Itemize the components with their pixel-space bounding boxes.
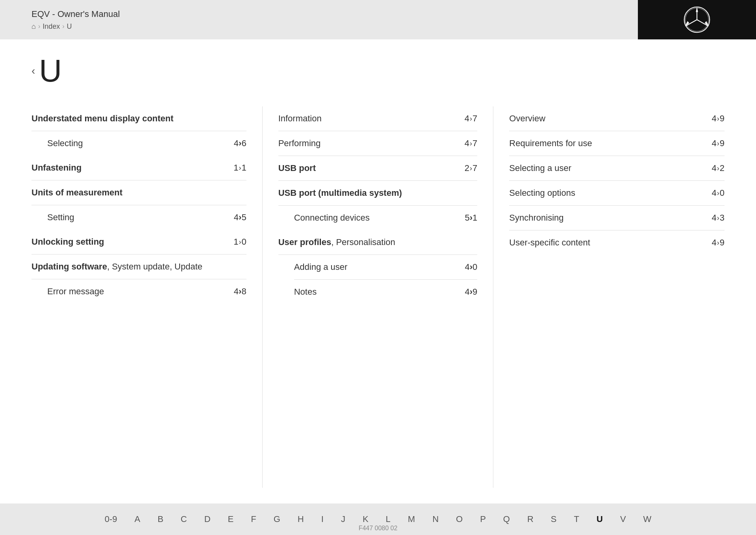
nav-letter-h[interactable]: H xyxy=(289,503,313,535)
bottom-nav: 0-9 A B C D E F G H I J K L M N O P Q R … xyxy=(0,503,756,535)
nav-letter-j[interactable]: J xyxy=(332,503,354,535)
nav-letter-d[interactable]: D xyxy=(196,503,219,535)
sub-entry-label-setting[interactable]: Setting xyxy=(47,212,74,223)
entry-label-unfastening[interactable]: Unfastening xyxy=(32,163,82,173)
entry-units: Units of measurement Setting 4›5 xyxy=(32,180,246,230)
entry-label-selecting-options[interactable]: Selecting options xyxy=(509,188,575,198)
mercedes-logo xyxy=(683,6,711,33)
home-icon[interactable]: ⌂ xyxy=(32,22,36,31)
entry-label-requirements[interactable]: Requirements for use xyxy=(509,138,592,149)
header-triangle xyxy=(575,0,638,39)
sub-entry-label-notes[interactable]: Notes xyxy=(294,287,317,297)
nav-letter-m[interactable]: M xyxy=(399,503,424,535)
page-letter: U xyxy=(39,55,62,87)
sub-entries-units: Setting 4›5 xyxy=(47,205,246,230)
entry-page-requirements: 4›9 xyxy=(712,138,725,149)
sub-entry-selecting: Selecting 4›6 xyxy=(47,131,246,156)
sub-entry-page-setting: 4›5 xyxy=(234,212,246,223)
sub-entry-page-notes: 4›9 xyxy=(465,287,478,297)
index-col-3: Overview 4›9 Requirements for use 4›9 Se… xyxy=(493,106,724,488)
entry-page-overview: 4›9 xyxy=(712,113,725,124)
sub-entry-label-selecting[interactable]: Selecting xyxy=(47,138,83,149)
entry-label-usb-multi[interactable]: USB port (multimedia system) xyxy=(278,188,402,198)
entry-heading-usb-multi: USB port (multimedia system) xyxy=(278,181,478,206)
header-left: EQV - Owner's Manual ⌂ › Index › U xyxy=(32,9,120,31)
index-columns: Understated menu display content Selecti… xyxy=(32,106,724,488)
nav-letter-q[interactable]: Q xyxy=(495,503,519,535)
back-arrow[interactable]: ‹ xyxy=(32,65,35,76)
sub-entry-error-msg: Error message 4›8 xyxy=(47,279,246,304)
entry-selecting-options: Selecting options 4›0 xyxy=(509,181,724,206)
nav-letter-r[interactable]: R xyxy=(519,503,542,535)
nav-letter-f[interactable]: F xyxy=(242,503,265,535)
entry-page-user-specific: 4›9 xyxy=(712,238,725,248)
entry-selecting-user: Selecting a user 4›2 xyxy=(509,156,724,181)
nav-letter-v[interactable]: V xyxy=(611,503,635,535)
nav-letter-t[interactable]: T xyxy=(565,503,588,535)
entry-page-synchronising: 4›3 xyxy=(712,213,725,223)
entry-label-units[interactable]: Units of measurement xyxy=(32,188,122,198)
entry-label-selecting-user[interactable]: Selecting a user xyxy=(509,163,571,173)
entry-label-updating[interactable]: Updating software, System update, Update xyxy=(32,262,202,272)
entry-label-usb[interactable]: USB port xyxy=(278,163,316,173)
entry-label-user-specific[interactable]: User-specific content xyxy=(509,238,590,248)
entry-overview: Overview 4›9 xyxy=(509,106,724,131)
nav-letter-c[interactable]: C xyxy=(172,503,196,535)
entry-unfastening: Unfastening 1›1 xyxy=(32,156,246,180)
sub-entry-page-adding-user: 4›0 xyxy=(465,262,478,272)
entry-label-performing[interactable]: Performing xyxy=(278,138,321,149)
entry-page-information: 4›7 xyxy=(465,113,478,124)
nav-letter-n[interactable]: N xyxy=(424,503,447,535)
sub-entry-page-error: 4›8 xyxy=(234,286,246,297)
page-heading-row: ‹ U xyxy=(32,55,724,87)
entry-page-unfastening: 1›1 xyxy=(233,163,246,173)
entry-information: Information 4›7 xyxy=(278,106,478,131)
breadcrumb: ⌂ › Index › U xyxy=(32,22,120,31)
nav-letter-i[interactable]: I xyxy=(313,503,332,535)
sub-entry-setting: Setting 4›5 xyxy=(47,205,246,230)
entry-page-unlocking: 1›0 xyxy=(233,237,246,247)
entry-heading-understated: Understated menu display content xyxy=(32,106,246,131)
sub-entry-label-connecting[interactable]: Connecting devices xyxy=(294,213,370,223)
entry-user-specific: User-specific content 4›9 xyxy=(509,230,724,255)
nav-letter-o[interactable]: O xyxy=(447,503,471,535)
entry-requirements: Requirements for use 4›9 xyxy=(509,131,724,156)
logo-section xyxy=(638,0,756,39)
nav-letter-b[interactable]: B xyxy=(149,503,172,535)
nav-letter-u[interactable]: U xyxy=(588,503,611,535)
main-content: ‹ U Understated menu display content Sel… xyxy=(0,39,756,503)
entry-understated-menu: Understated menu display content Selecti… xyxy=(32,106,246,156)
breadcrumb-index[interactable]: Index xyxy=(43,22,60,31)
nav-letter-w[interactable]: W xyxy=(635,503,660,535)
entry-page-performing: 4›7 xyxy=(465,138,478,149)
nav-letter-09[interactable]: 0-9 xyxy=(96,503,126,535)
sub-entry-label-adding-user[interactable]: Adding a user xyxy=(294,262,348,272)
nav-letter-s[interactable]: S xyxy=(542,503,565,535)
sub-entry-page-connecting: 5›1 xyxy=(465,213,478,223)
entry-performing: Performing 4›7 xyxy=(278,131,478,156)
entry-label-understated[interactable]: Understated menu display content xyxy=(32,113,174,124)
entry-label-information[interactable]: Information xyxy=(278,113,322,124)
sub-entries-user-profiles: Adding a user 4›0 Notes 4›9 xyxy=(294,255,478,304)
entry-label-unlocking[interactable]: Unlocking setting xyxy=(32,237,104,247)
entry-user-profiles: User profiles, Personalisation Adding a … xyxy=(278,230,478,304)
sub-entries-usb-multi: Connecting devices 5›1 xyxy=(294,206,478,230)
entry-label-overview[interactable]: Overview xyxy=(509,113,545,124)
entry-label-synchronising[interactable]: Synchronising xyxy=(509,213,563,223)
header-right xyxy=(575,0,756,39)
manual-title: EQV - Owner's Manual xyxy=(32,9,120,19)
header: EQV - Owner's Manual ⌂ › Index › U xyxy=(0,0,756,39)
nav-letter-a[interactable]: A xyxy=(126,503,149,535)
sub-entry-label-error[interactable]: Error message xyxy=(47,286,104,297)
breadcrumb-current: U xyxy=(67,22,72,31)
nav-letter-p[interactable]: P xyxy=(471,503,495,535)
entry-page-selecting-user: 4›2 xyxy=(712,163,725,173)
entry-unlocking: Unlocking setting 1›0 xyxy=(32,230,246,254)
entry-heading-updating: Updating software, System update, Update xyxy=(32,254,246,279)
entry-page-usb: 2›7 xyxy=(465,163,478,173)
nav-letter-g[interactable]: G xyxy=(265,503,289,535)
entry-usb-port: USB port 2›7 xyxy=(278,156,478,181)
sub-entries-updating: Error message 4›8 xyxy=(47,279,246,304)
nav-letter-e[interactable]: E xyxy=(219,503,243,535)
entry-label-user-profiles[interactable]: User profiles, Personalisation xyxy=(278,237,395,247)
